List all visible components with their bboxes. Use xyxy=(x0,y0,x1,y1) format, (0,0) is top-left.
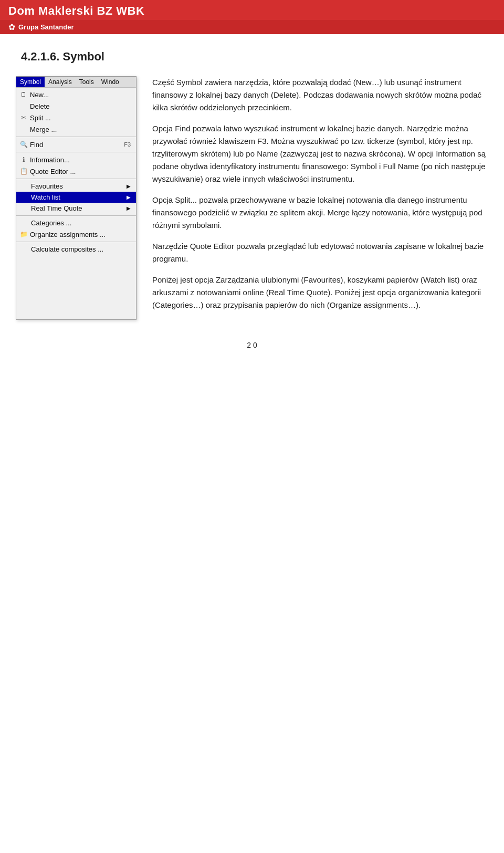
new-icon: 🗒 xyxy=(19,90,28,99)
menu-item-categories[interactable]: Categories ... xyxy=(16,217,136,228)
menu-item-information-label: Information... xyxy=(30,156,131,164)
menu-item-calculate-label: Calculate composites ... xyxy=(31,245,131,253)
menu-item-organize[interactable]: 📁 Organize assignments ... xyxy=(16,228,136,240)
split-icon: ✂ xyxy=(19,113,28,122)
page-number: 2 0 xyxy=(247,341,257,349)
menu-bar-symbol[interactable]: Symbol xyxy=(16,77,45,87)
text-panel: Część Symbol zawiera narzędzia, które po… xyxy=(152,76,488,320)
menu-bar: Symbol Analysis Tools Windo xyxy=(16,77,136,88)
find-shortcut: F3 xyxy=(124,141,131,148)
menu-item-new-label: New... xyxy=(30,91,131,99)
menu-item-real-time-quote[interactable]: Real Time Quote ▶ xyxy=(16,203,136,214)
menu-section: 🗒 New... Delete ✂ Split ... Merge ... 🔍 xyxy=(16,88,136,256)
divider-2 xyxy=(16,152,136,152)
menu-item-organize-label: Organize assignments ... xyxy=(30,231,131,238)
quote-editor-icon: 📋 xyxy=(19,167,28,175)
favourites-arrow-icon: ▶ xyxy=(127,183,131,189)
paragraph-2: Opcja Find pozwala łatwo wyszukać instru… xyxy=(152,122,488,185)
divider-5 xyxy=(16,242,136,242)
menu-bar-analysis[interactable]: Analysis xyxy=(45,77,76,87)
menu-item-delete[interactable]: Delete xyxy=(16,100,136,112)
menu-item-new[interactable]: 🗒 New... xyxy=(16,89,136,100)
paragraph-5: Poniżej jest opcja Zarządzania ulubionym… xyxy=(152,274,488,311)
menu-item-delete-label: Delete xyxy=(30,102,131,110)
header-subtitle-bar: ✿ Grupa Santander xyxy=(0,20,504,34)
find-icon: 🔍 xyxy=(19,140,28,149)
menu-item-split[interactable]: ✂ Split ... xyxy=(16,112,136,123)
menu-item-favourites-label: Favourites xyxy=(31,182,124,190)
header: Dom Maklerski BZ WBK xyxy=(0,0,504,20)
menu-item-find-label: Find xyxy=(30,141,122,149)
santander-flame-icon: ✿ xyxy=(8,22,15,32)
paragraph-1: Część Symbol zawiera narzędzia, które po… xyxy=(152,76,488,114)
paragraph-4: Narzędzie Quote Editor pozwala przegląda… xyxy=(152,240,488,265)
menu-panel: Symbol Analysis Tools Windo 🗒 New... Del… xyxy=(16,76,136,320)
menu-item-quote-editor-label: Quote Editor ... xyxy=(30,168,131,175)
divider-4 xyxy=(16,215,136,216)
watchlist-arrow-icon: ▶ xyxy=(127,194,131,200)
menu-item-watchlist[interactable]: Watch list ▶ xyxy=(16,192,136,203)
rtq-arrow-icon: ▶ xyxy=(127,205,131,211)
menu-item-calculate[interactable]: Calculate composites ... xyxy=(16,244,136,255)
info-icon: ℹ xyxy=(19,155,28,164)
menu-item-split-label: Split ... xyxy=(30,114,131,122)
menu-item-merge[interactable]: Merge ... xyxy=(16,123,136,135)
main-content: Symbol Analysis Tools Windo 🗒 New... Del… xyxy=(0,76,504,320)
menu-item-merge-label: Merge ... xyxy=(30,126,131,133)
page-title: 4.2.1.6. Symbol xyxy=(21,50,504,64)
menu-item-quote-editor[interactable]: 📋 Quote Editor ... xyxy=(16,165,136,177)
menu-item-watchlist-label: Watch list xyxy=(31,193,124,201)
divider-3 xyxy=(16,179,136,179)
header-subtitle: Grupa Santander xyxy=(18,23,74,31)
menu-bar-tools[interactable]: Tools xyxy=(76,77,98,87)
menu-item-rtq-label: Real Time Quote xyxy=(31,204,124,212)
footer: 2 0 xyxy=(0,341,504,360)
menu-item-information[interactable]: ℹ Information... xyxy=(16,154,136,165)
merge-icon xyxy=(19,125,28,133)
divider-1 xyxy=(16,137,136,137)
organize-icon: 📁 xyxy=(19,230,28,238)
header-title: Dom Maklerski BZ WBK xyxy=(8,4,496,18)
menu-item-favourites[interactable]: Favourites ▶ xyxy=(16,181,136,192)
menu-item-categories-label: Categories ... xyxy=(31,219,131,227)
paragraph-3: Opcja Split... pozwala przechowywane w b… xyxy=(152,194,488,232)
menu-item-find[interactable]: 🔍 Find F3 xyxy=(16,139,136,150)
delete-icon xyxy=(19,102,28,110)
menu-bar-windo[interactable]: Windo xyxy=(98,77,123,87)
